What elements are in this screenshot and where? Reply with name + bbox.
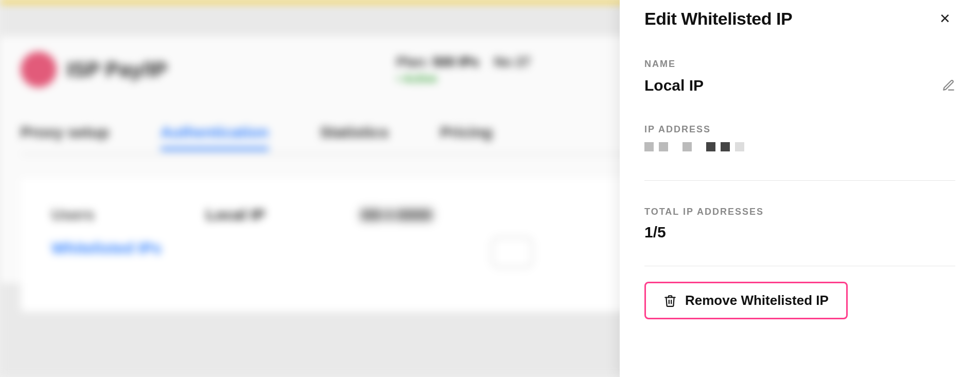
total-ip-value: 1/5 xyxy=(644,224,955,241)
name-field-label: NAME xyxy=(644,59,955,70)
total-ip-label: TOTAL IP ADDRESSES xyxy=(644,207,955,217)
remove-button-label: Remove Whitelisted IP xyxy=(685,293,829,309)
divider xyxy=(644,180,955,181)
divider xyxy=(644,266,955,266)
plan-status: • Active xyxy=(396,72,479,85)
row-ip-name: Local IP xyxy=(206,206,265,224)
remove-whitelisted-ip-button[interactable]: Remove Whitelisted IP xyxy=(644,282,848,319)
ip-address-field-label: IP ADDRESS xyxy=(644,124,955,135)
tab-pricing[interactable]: Pricing xyxy=(440,124,493,150)
edit-whitelisted-ip-panel: Edit Whitelisted IP ✕ NAME Local IP IP A… xyxy=(620,0,980,377)
edit-name-icon[interactable] xyxy=(942,79,955,92)
trash-icon xyxy=(663,294,677,307)
brand-name: ISP Pay/IP xyxy=(67,58,167,81)
panel-title: Edit Whitelisted IP xyxy=(644,9,792,29)
tab-statistics[interactable]: Statistics xyxy=(320,124,389,150)
sidebar-item-users[interactable]: Users xyxy=(51,206,94,224)
renewal-hint: No 27 xyxy=(494,54,531,70)
row-ip-value-redacted: ▮▮▮.▮.▮▮▮▮▮ xyxy=(360,206,432,222)
close-button[interactable]: ✕ xyxy=(935,8,955,29)
brand-logo xyxy=(21,52,57,88)
ip-address-value-redacted xyxy=(644,142,955,151)
row-edit-button[interactable] xyxy=(492,237,533,268)
sidebar-item-whitelisted-ips[interactable]: Whitelisted IPs xyxy=(51,239,161,257)
name-field-value: Local IP xyxy=(644,77,704,94)
close-icon: ✕ xyxy=(939,11,951,27)
tab-proxy-setup[interactable]: Proxy setup xyxy=(21,124,109,150)
plan-label: Plan: xyxy=(396,54,429,70)
tab-authentication[interactable]: Authentication xyxy=(161,124,269,150)
plan-value: 500 IPs xyxy=(433,54,479,70)
